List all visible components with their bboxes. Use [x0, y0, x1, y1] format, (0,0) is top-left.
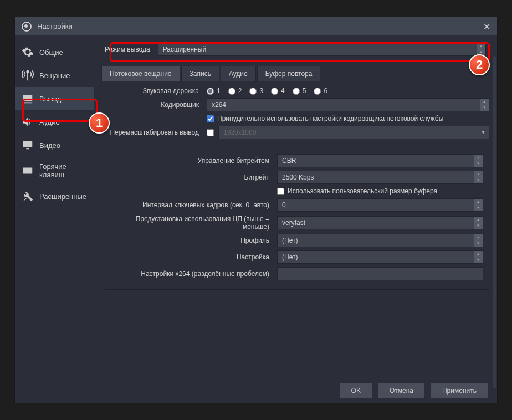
spinner-icon: ▲▼ — [474, 251, 483, 263]
sidebar-item-output[interactable]: Вывод — [15, 87, 94, 110]
spinner-icon[interactable]: ▲▼ — [480, 99, 489, 111]
output-mode-row: Режим вывода Расширенный ▲▼ — [101, 40, 489, 58]
track-4[interactable]: 4 — [271, 87, 285, 95]
audio-track-label: Звуковая дорожка — [101, 87, 201, 95]
sidebar-item-general[interactable]: Общие — [15, 40, 94, 64]
profile-select[interactable]: (Нет) ▲▼ — [277, 234, 483, 247]
tools-icon — [22, 190, 34, 202]
tune-label: Настройка — [111, 253, 272, 261]
sidebar-item-label: Расширенные — [39, 192, 86, 201]
monitor-icon — [22, 139, 34, 151]
track-3[interactable]: 3 — [249, 87, 263, 95]
speaker-icon — [22, 116, 34, 128]
track-2[interactable]: 2 — [228, 87, 242, 95]
spinner-icon: ▲▼ — [474, 171, 483, 183]
titlebar: Настройки ✕ — [15, 17, 497, 36]
scrollbar[interactable] — [493, 56, 496, 388]
output-mode-select[interactable]: Расширенный ▲▼ — [158, 43, 486, 56]
sidebar-item-hotkeys[interactable]: Горячие клавиш — [15, 157, 94, 185]
keyint-label: Интервал ключевых кадров (сек, 0=авто) — [111, 201, 272, 209]
sidebar-item-label: Вещание — [39, 71, 70, 80]
sidebar-item-video[interactable]: Видео — [15, 134, 94, 157]
enforce-checkbox[interactable]: Принудительно использовать настройки код… — [207, 115, 489, 122]
rate-control-select[interactable]: CBR ▲▼ — [277, 154, 483, 167]
track-1[interactable]: 1 — [207, 87, 221, 95]
profile-label: Профиль — [111, 237, 272, 244]
sidebar-item-label: Горячие клавиш — [39, 162, 87, 179]
close-icon[interactable]: ✕ — [483, 22, 490, 32]
bitrate-label: Битрейт — [111, 173, 272, 181]
custom-buffer-checkbox[interactable]: Использовать пользовательский размер буф… — [277, 187, 483, 195]
rescale-checkbox[interactable] — [207, 129, 214, 136]
apply-button[interactable]: Применить — [431, 383, 488, 398]
keyint-input[interactable]: 0 ▲▼ — [277, 198, 483, 212]
dialog-footer: OK Отмена Применить — [15, 378, 497, 403]
tabs: Потоковое вещание Запись Аудио Буфер пов… — [101, 66, 489, 81]
track-6[interactable]: 6 — [314, 87, 327, 95]
sidebar-item-label: Видео — [39, 141, 60, 150]
main-panel: Режим вывода Расширенный ▲▼ Потоковое ве… — [94, 36, 497, 378]
tab-streaming[interactable]: Потоковое вещание — [101, 66, 180, 81]
track-5[interactable]: 5 — [293, 87, 306, 95]
output-mode-label: Режим вывода — [105, 45, 150, 53]
ok-button[interactable]: OK — [340, 383, 372, 398]
output-icon — [22, 93, 34, 105]
spinner-icon: ▲▼ — [474, 217, 483, 229]
settings-window: Настройки ✕ Общие Вещание Вывод Аудио — [14, 17, 498, 403]
spinner-icon: ▲▼ — [474, 199, 483, 211]
cpu-preset-select[interactable]: veryfast ▲▼ — [277, 216, 483, 229]
spinner-icon: ▲▼ — [474, 155, 483, 167]
cpu-preset-label: Предустановка использования ЦП (выше = м… — [111, 215, 272, 231]
encoder-settings-panel: Управление битрейтом CBR ▲▼ Битрейт 2500… — [105, 146, 489, 290]
obs-icon — [22, 22, 32, 32]
tab-audio[interactable]: Аудио — [221, 66, 256, 81]
callout-badge-1: 1 — [89, 112, 110, 134]
gear-icon — [22, 46, 34, 58]
callout-badge-2: 2 — [469, 54, 490, 75]
encoder-label: Кодировщик — [101, 101, 201, 109]
keyboard-icon — [22, 165, 34, 177]
sidebar-item-advanced[interactable]: Расширенные — [15, 185, 94, 208]
audio-track-radios: 1 2 3 4 5 6 — [207, 87, 489, 95]
spinner-icon: ▲▼ — [474, 234, 483, 247]
sidebar-item-label: Общие — [39, 48, 63, 57]
tune-select[interactable]: (Нет) ▲▼ — [277, 250, 483, 264]
antenna-icon — [22, 69, 34, 81]
rescale-label: Перемасштабировать вывод — [101, 129, 201, 136]
sidebar-item-audio[interactable]: Аудио — [15, 110, 94, 134]
cancel-button[interactable]: Отмена — [378, 383, 425, 398]
tab-replay[interactable]: Буфер повтора — [257, 66, 321, 81]
x264opts-input[interactable] — [277, 267, 483, 280]
x264opts-label: Настройки x264 (разделённые пробелом) — [111, 270, 272, 278]
tab-recording[interactable]: Запись — [181, 66, 219, 81]
sidebar-item-stream[interactable]: Вещание — [15, 64, 94, 87]
encoder-select[interactable]: x264 ▲▼ — [207, 98, 489, 111]
window-title: Настройки — [37, 22, 73, 30]
rate-control-label: Управление битрейтом — [111, 157, 272, 165]
chevron-down-icon: ▼ — [478, 126, 489, 139]
sidebar-item-label: Аудио — [39, 118, 60, 126]
sidebar: Общие Вещание Вывод Аудио Видео Горячие … — [15, 36, 94, 378]
rescale-select[interactable]: 1920x1080 ▼ — [218, 126, 489, 139]
bitrate-input[interactable]: 2500 Kbps ▲▼ — [277, 171, 483, 184]
spinner-icon[interactable]: ▲▼ — [477, 43, 485, 55]
sidebar-item-label: Вывод — [39, 95, 61, 103]
